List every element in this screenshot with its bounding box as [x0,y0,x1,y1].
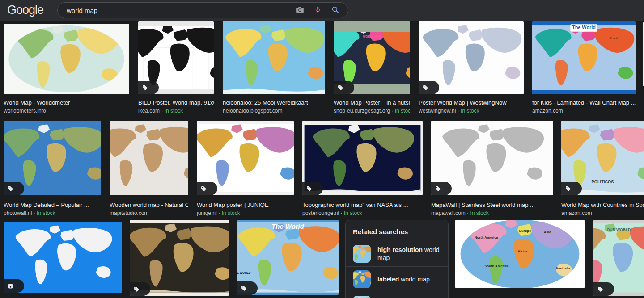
result-title[interactable]: BILD Poster, World map, 91x61… [138,99,214,106]
image-result-tile[interactable]: World Map Detailed – Populair ... photow… [4,121,101,195]
image-result-tile[interactable]: The WorldTHE WORLD [237,220,339,295]
result-title[interactable]: World Map Poster – in a nutsh… [334,99,410,106]
related-search-item[interactable]: labeled world map [346,267,448,292]
svg-text:POLÍTICOS: POLÍTICOS [592,180,614,184]
in-stock-label: In stock [221,210,240,216]
svg-text:Russia: Russia [609,36,619,40]
result-source: westwingnow.nl · In stock [419,107,524,115]
result-source: juniqe.nl · In stock [197,210,294,217]
image-result-tile[interactable]: Topographic world map" van NASA als ... … [302,121,423,195]
result-thumbnail[interactable] [110,121,188,195]
result-domain: mapawall.com [431,210,466,216]
result-thumbnail[interactable] [4,121,101,195]
result-title[interactable]: MapaWall | Stainless Steel world map ... [431,201,553,209]
image-result-tile[interactable] [130,220,229,296]
image-result-tile[interactable] [4,220,122,293]
result-title[interactable]: Wooden world map - Natural Oa… [110,201,188,209]
voice-search-button[interactable] [309,3,326,18]
result-domain: ikea.com [138,108,160,114]
related-searches-panel: Related searches high resolution world m… [345,220,449,298]
svg-text:Antarctica: Antarctica [512,287,528,288]
result-thumbnail[interactable] [4,24,129,94]
product-badge [4,279,24,293]
related-search-item[interactable] [346,292,448,298]
result-title[interactable]: heloohaloo: 25 Mooi Wereldkaart [223,99,325,106]
tag-icon [597,286,603,292]
result-source: mapawall.com · In stock [431,210,553,217]
search-input[interactable] [58,7,291,14]
result-thumbnail[interactable] [302,121,423,195]
tag-icon [241,285,247,291]
result-thumbnail[interactable] [223,21,325,94]
tag-icon [201,186,207,192]
result-thumbnail[interactable] [130,220,229,296]
search-bar[interactable] [57,2,348,18]
result-domain: amazon.com [532,108,563,114]
image-result-tile[interactable]: heloohaloo: 25 Mooi Wereldkaart heloohal… [223,21,325,94]
search-by-image-button[interactable] [291,3,309,18]
in-stock-label: In stock [344,210,362,216]
result-title[interactable]: World Map with Countries in Spanis [561,201,644,209]
result-thumbnail[interactable]: The WorldTHE WORLD [237,220,339,295]
tag-icon [565,186,571,192]
result-thumbnail[interactable]: The WorldRussia [532,21,636,94]
result-thumbnail[interactable]: North AmericaSouth AmericaEuropeAfricaAs… [455,220,585,288]
price-tag-badge [431,182,452,195]
price-tag-badge [130,282,150,296]
result-thumbnail[interactable] [419,21,524,94]
mic-icon [314,6,322,15]
related-search-label: labeled world map [377,275,430,283]
result-title[interactable]: Poster World Map | WestwingNow [419,99,524,106]
tag-icon [435,186,441,192]
price-tag-badge [4,182,24,195]
image-result-tile[interactable]: World Map poster | JUNIQE juniqe.nl · In… [197,121,294,195]
result-title[interactable]: for Kids - Laminated - Wall Chart Map ..… [532,99,636,106]
search-submit-button[interactable] [326,3,344,18]
search-icon [331,6,339,15]
image-result-tile[interactable]: World Map - Worldometer worldometers.inf… [4,21,129,94]
svg-text:Africa: Africa [517,249,528,253]
result-thumbnail[interactable]: OUR WORLD [593,220,644,296]
svg-text:Australia: Australia [555,266,571,270]
result-title[interactable]: World Map Detailed – Populair ... [4,201,101,209]
result-title[interactable]: World Map - Worldometer [4,99,129,106]
in-stock-label: In stock [461,108,479,114]
related-search-label: high resolution world map [377,246,441,262]
result-thumbnail[interactable] [431,121,553,195]
svg-text:THE WORLD: THE WORLD [237,271,251,274]
result-source: shop-eu.kurzgesagt.org · In stock [334,107,410,115]
image-result-tile[interactable]: POLÍTICOS World Map with Countries in Sp… [561,121,644,195]
image-result-tile[interactable]: North AmericaSouth AmericaEuropeAfricaAs… [455,220,585,288]
result-thumbnail[interactable]: POLÍTICOS [561,121,644,195]
result-thumbnail[interactable] [197,121,294,195]
result-title[interactable]: World Map poster | JUNIQE [197,201,294,209]
top-app-bar: Google [0,0,644,21]
result-domain: juniqe.nl [197,210,217,216]
google-logo[interactable]: Google [7,3,43,17]
tag-icon [8,186,13,192]
result-thumbnail[interactable]: WORLD MAP [334,21,410,94]
image-result-tile[interactable]: Wooden world map - Natural Oa… mapitstud… [110,121,188,195]
related-search-item[interactable]: high resolution world map [346,241,448,266]
result-title[interactable]: Topographic world map" van NASA als ... [302,201,423,209]
result-domain: posterlounge.nl [302,210,339,216]
results-row-2: World Map Detailed – Populair ... photow… [0,121,644,220]
svg-text:North America: North America [475,235,498,239]
image-result-tile[interactable]: The WorldRussia for Kids - Laminated - W… [532,21,636,94]
result-source: heloohaloo.blogspot.com · [223,107,325,115]
image-result-tile-partial[interactable]: OUR WORLD [593,220,644,296]
in-stock-label: In stock [37,210,55,216]
result-domain: shop-eu.kurzgesagt.org [334,108,390,114]
result-source: amazon.com · [532,107,636,115]
tag-icon [306,186,312,192]
svg-text:The World: The World [271,222,305,230]
image-result-tile[interactable]: BILD Poster, World map, 91x61… ikea.com … [138,21,214,94]
tag-icon [142,85,148,91]
result-thumbnail[interactable] [4,222,122,293]
result-thumbnail[interactable] [138,21,214,94]
image-result-tile[interactable]: Poster World Map | WestwingNow westwingn… [419,21,524,94]
image-result-tile[interactable]: MapaWall | Stainless Steel world map ...… [431,121,553,195]
result-domain: westwingnow.nl [419,108,456,114]
result-source: photowall.nl · In stock [4,210,101,217]
image-result-tile[interactable]: WORLD MAP World Map Poster – in a nutsh…… [334,21,410,94]
